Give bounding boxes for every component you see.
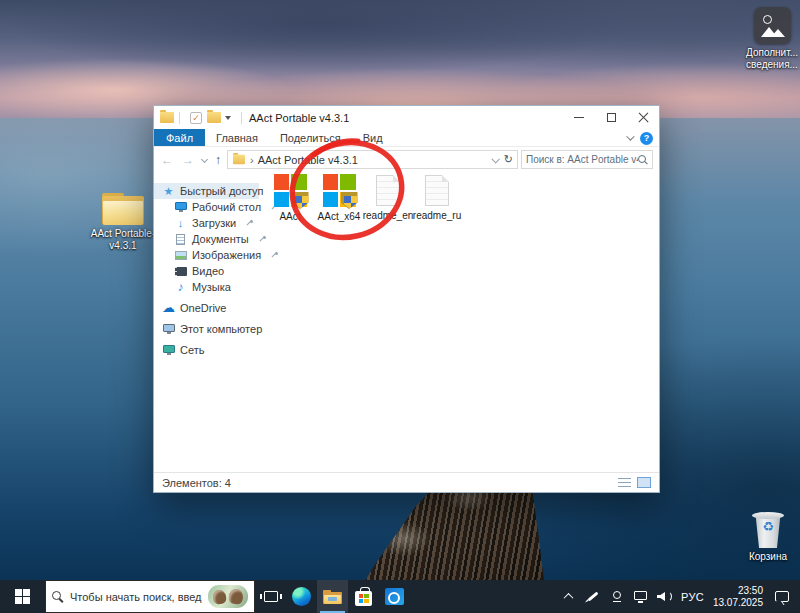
details-view-icon[interactable] <box>618 478 631 488</box>
start-button[interactable] <box>0 580 45 613</box>
file-list: AAct AAct_x64 readme_en <box>259 172 659 472</box>
breadcrumb-chevron: › <box>250 154 254 166</box>
desktop-icon-label: AAct Portable- v4.3.1 <box>91 228 155 252</box>
taskbar-store-button[interactable] <box>348 580 379 613</box>
quick-access-star-icon: ★ <box>162 185 175 198</box>
edge-icon <box>292 587 311 606</box>
sidebar-item-onedrive[interactable]: ☁ OneDrive <box>154 300 259 316</box>
search-icon <box>52 591 64 603</box>
task-view-button[interactable] <box>255 580 286 613</box>
volume-tray-button[interactable] <box>657 589 672 605</box>
sidebar-item-videos[interactable]: Видео <box>154 263 259 279</box>
explorer-search[interactable] <box>521 150 653 169</box>
forward-button[interactable]: → <box>179 153 197 167</box>
qat-customize-icon[interactable] <box>225 116 231 120</box>
task-view-icon <box>264 591 278 602</box>
tab-file[interactable]: Файл <box>154 129 205 146</box>
ribbon-tabs: Файл Главная Поделиться Вид ? <box>154 129 659 147</box>
system-tray: РУС 23:50 13.07.2025 <box>561 580 800 613</box>
search-input[interactable] <box>526 154 638 165</box>
taskbar-edge-button[interactable] <box>286 580 317 613</box>
taskbar-explorer-button[interactable] <box>317 580 348 613</box>
breadcrumb[interactable]: AAct Portable v4.3.1 <box>258 154 358 166</box>
sidebar-item-desktop[interactable]: Рабочий стол <box>154 199 259 215</box>
sidebar-item-documents[interactable]: Документы <box>154 231 259 247</box>
pictures-icon <box>174 251 187 260</box>
clock[interactable]: 23:50 13.07.2025 <box>713 585 763 609</box>
safely-remove-hardware-button[interactable] <box>609 589 624 605</box>
title-bar[interactable]: ✓ AAct Portable v4.3.1 <box>154 106 659 129</box>
desktop-icon-info[interactable]: Дополнит... сведения... <box>729 7 800 71</box>
windows-start-icon <box>15 589 31 605</box>
refresh-icon[interactable]: ↻ <box>504 153 513 166</box>
minimize-button[interactable] <box>563 106 595 129</box>
address-bar[interactable]: › AAct Portable v4.3.1 ↻ <box>227 150 518 169</box>
tab-home[interactable]: Главная <box>205 129 269 146</box>
minimize-icon <box>574 117 584 118</box>
file-explorer-icon <box>323 590 342 604</box>
network-tray-button[interactable] <box>633 589 648 605</box>
file-item-readme-ru[interactable]: readme_ru <box>414 174 460 221</box>
navigation-pane: ★ Быстрый доступ Рабочий стол ↓ Загрузки… <box>154 172 259 472</box>
tab-view[interactable]: Вид <box>352 129 394 146</box>
desktop-icon-label: Корзина <box>749 551 787 563</box>
windows-logo-app-icon <box>274 174 307 207</box>
outlook-icon <box>385 588 404 605</box>
ribbon-expand-icon[interactable] <box>626 132 634 140</box>
windows-logo-app-icon <box>323 174 356 207</box>
tray-time: 23:50 <box>713 585 763 597</box>
file-item-aact-x64[interactable]: AAct_x64 <box>316 174 362 222</box>
desktop-icon <box>174 202 187 212</box>
qat-properties-icon[interactable]: ✓ <box>190 112 202 124</box>
file-item-readme-en[interactable]: readme_en <box>365 174 411 221</box>
network-icon <box>162 345 175 355</box>
sidebar-item-downloads[interactable]: ↓ Загрузки <box>154 215 259 231</box>
sidebar-item-music[interactable]: ♪ Музыка <box>154 279 259 295</box>
documents-icon <box>174 234 187 245</box>
action-center-button[interactable] <box>772 589 792 605</box>
text-file-icon <box>376 175 400 206</box>
desktop-icon-recycle-bin[interactable]: ♻ Корзина <box>725 510 800 563</box>
sidebar-item-quick-access[interactable]: ★ Быстрый доступ <box>154 183 259 199</box>
status-bar: Элементов: 4 <box>154 472 659 492</box>
taskbar-outlook-button[interactable] <box>379 580 410 613</box>
taskbar: РУС 23:50 13.07.2025 <box>0 580 800 613</box>
help-icon[interactable]: ? <box>640 132 653 145</box>
search-highlight-image[interactable] <box>208 585 248 608</box>
address-dropdown-icon[interactable] <box>491 155 499 163</box>
sidebar-item-pictures[interactable]: Изображения <box>154 247 259 263</box>
maximize-button[interactable] <box>595 106 627 129</box>
network-status-icon <box>634 591 647 600</box>
desktop: Дополнит... сведения... AAct Portable- v… <box>0 0 800 613</box>
items-count: Элементов: 4 <box>162 477 231 489</box>
pen-tray-button[interactable] <box>585 589 600 605</box>
address-folder-icon <box>233 155 245 164</box>
tray-date: 13.07.2025 <box>713 597 763 609</box>
large-icons-view-icon[interactable] <box>637 477 651 488</box>
up-button[interactable]: ↑ <box>212 153 224 167</box>
file-item-aact[interactable]: AAct <box>267 174 313 222</box>
photo-icon <box>754 7 791 44</box>
language-indicator[interactable]: РУС <box>681 591 704 603</box>
qat-new-folder-icon[interactable] <box>207 112 221 123</box>
window-title: AAct Portable v4.3.1 <box>249 112 349 124</box>
taskbar-search-input[interactable] <box>70 591 202 603</box>
recent-locations-icon[interactable] <box>201 156 208 163</box>
music-icon: ♪ <box>174 280 187 294</box>
recycle-bin-icon: ♻ <box>751 510 785 548</box>
search-icon <box>638 155 648 165</box>
taskbar-search[interactable] <box>45 580 255 613</box>
show-hidden-icons-button[interactable] <box>561 589 576 605</box>
pin-icon <box>245 219 253 227</box>
tab-share[interactable]: Поделиться <box>269 129 352 146</box>
action-center-icon <box>775 591 789 602</box>
sidebar-item-this-pc[interactable]: Этот компьютер <box>154 321 259 337</box>
close-icon <box>638 112 649 123</box>
volume-icon <box>657 591 672 603</box>
microsoft-store-icon <box>355 591 372 606</box>
sidebar-item-network[interactable]: Сеть <box>154 342 259 358</box>
usb-device-icon <box>613 591 621 599</box>
back-button[interactable]: ← <box>158 153 176 167</box>
close-button[interactable] <box>627 106 659 129</box>
address-bar-row: ← → ↑ › AAct Portable v4.3.1 ↻ <box>154 147 659 172</box>
